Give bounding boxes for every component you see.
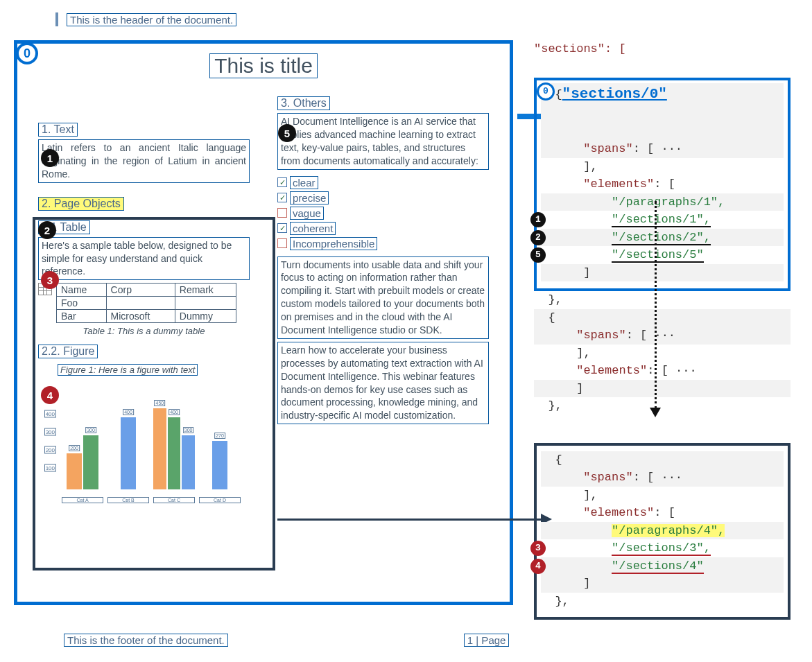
section3-para3: Learn how to accelerate your business pr… [277,342,489,424]
table-row: Bar Microsoft Dummy [57,310,236,323]
dashed-arrow-icon [655,201,657,409]
check-item: ✓ coherent [277,222,489,235]
bar: 450 [153,408,166,489]
arrow-icon [277,519,555,520]
checkbox-icon: ✓ [277,177,287,187]
section1-heading: 1. Text [38,123,78,137]
check-item: ✓ clear [277,176,489,189]
badge-3: 3 [41,271,59,289]
document-header: This is the header of the document. [55,12,805,26]
json-block-2: { "spans": [ ··· ], "elements": [ "/para… [534,443,791,620]
bar-chart: 100 200 300 400 500 200 300 [38,385,246,503]
bar: 400 [168,417,181,489]
table-header: Corp [106,284,175,297]
bar: 200 [67,453,82,489]
badge-5: 5 [278,124,296,142]
badge-3: 3 [530,541,546,556]
section1-paragraph: Latin refers to an ancient Italic langua… [38,139,250,183]
bar: 400 [121,417,136,489]
checkbox-icon: ✓ [277,193,287,202]
figure-caption: Figure 1: Here is a figure with text [58,364,198,376]
badge-5: 5 [530,247,546,263]
dashed-arrow-head-icon [650,408,661,417]
badge-1: 1 [41,149,59,167]
section21-paragraph: Here's a sample table below, designed to… [38,237,250,281]
section3-heading: 3. Others [277,96,330,110]
page-indicator: 1 | Page [464,634,510,647]
check-item: ✓ precise [277,191,489,204]
chart-x-axis: Cat A Cat B Cat C Cat D [62,497,246,503]
bar: 300 [182,435,195,489]
checkbox-icon: ✓ [277,223,287,233]
badge-0: 0 [16,42,38,64]
bar: 270 [212,441,227,489]
header-tick-icon [55,12,58,26]
footer-text: This is the footer of the document. [64,634,228,647]
badge-4: 4 [530,559,546,574]
sample-table: Name Corp Remark Foo Bar M [56,283,236,323]
json-block-0: {"sections/0" 0 "spans": [ ··· ], "eleme… [534,78,791,292]
right-column: 3. Others AI Document Intelligence is an… [277,92,489,577]
table-caption: Table 1: This is a dummy table [38,326,250,336]
badge-0: 0 [537,82,555,101]
badge-1: 1 [530,212,546,227]
bar: 300 [83,435,98,489]
section3-para2: Turn documents into usable data and shif… [277,256,489,339]
badge-4: 4 [41,386,59,404]
badge-2: 2 [38,221,56,239]
table-row: Foo [57,297,236,310]
badge-2: 2 [530,230,546,245]
table-header: Remark [175,284,236,297]
checkbox-icon: ✓ [277,238,287,248]
section3-para1: AI Document Intelligence is an AI servic… [277,113,489,170]
document-title: This is title [209,53,318,78]
checkbox-icon: ✓ [277,208,287,218]
check-item: ✓ Incomprehensible [277,237,489,250]
table-header: Name [57,284,107,297]
json-output: "sections": [ {"sections/0" 0 "spans": [… [534,40,791,620]
check-item: ✓ vague [277,207,489,220]
section2-heading: 2. Page Objects [38,197,124,211]
section22-heading: 2.2. Figure [38,345,98,358]
left-column: 1. Text Latin refers to an ancient Itali… [38,92,250,577]
header-text: This is the header of the document. [67,13,236,26]
